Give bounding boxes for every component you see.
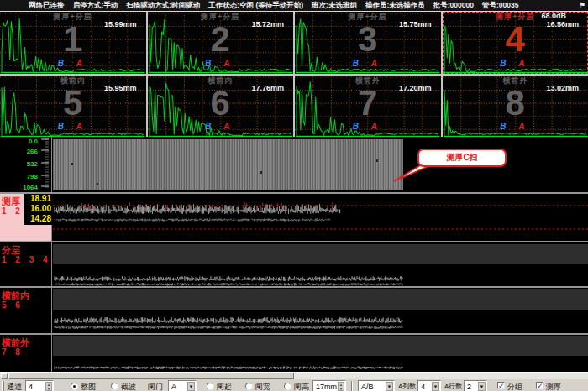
checkbox-group-label[interactable]: 分组 <box>507 382 522 391</box>
transverse-inner-strip-chart[interactable] <box>53 288 588 333</box>
axis-tick: 1064 <box>4 184 38 191</box>
transverse-outer-row-label[interactable]: 横前外 7 8 <box>0 335 52 372</box>
status-batch-no: 批号:000000 <box>433 1 474 11</box>
cscan-defect-dot <box>71 163 73 165</box>
gate-b-marker: B <box>58 59 64 68</box>
channel-spinbox[interactable]: 4 ▲▼ <box>25 380 54 391</box>
channel-number: 5 <box>0 85 146 122</box>
radio-gate-width-label[interactable]: 闸宽 <box>255 382 270 391</box>
dropdown-arrow-icon[interactable]: ▼ <box>478 382 486 391</box>
radio-gate-width[interactable] <box>245 383 253 390</box>
spinner-arrows-icon[interactable]: ▲▼ <box>45 382 52 391</box>
strip-row-lamination: 分层 1 2 3 4 <box>0 241 588 286</box>
toolbar-separator <box>351 381 353 391</box>
ascan-channel-1[interactable]: 测厚+分层 15.99mm 1 B A <box>0 12 146 74</box>
toolbar-grip[interactable] <box>2 381 4 391</box>
status-bar: 网络已连接 启停方式:手动 扫描驱动方式:时间驱动 工作状态:空闲 (等待手动开… <box>0 0 588 11</box>
alarm-flag-icon: ⚑ <box>579 0 585 11</box>
cscan-defect-dot <box>260 171 262 174</box>
gate-width-value: 17mm <box>316 383 337 391</box>
channel-value: 4 <box>29 383 33 391</box>
status-scan-drive: 扫描驱动方式:时间驱动 <box>126 1 200 11</box>
gate-width-spinbox[interactable]: 17mm ▲▼ <box>312 380 346 391</box>
gate-a-marker: A <box>518 59 524 68</box>
arows-select[interactable]: 2 ▼ <box>464 380 487 391</box>
ascan-channel-3[interactable]: 测厚+分层 15.75mm 3 B A <box>295 12 441 74</box>
gate-b-marker: B <box>353 59 359 68</box>
checkbox-thickness-label[interactable]: 测厚 <box>546 382 561 391</box>
cscan-image[interactable] <box>53 139 403 190</box>
strip-chart-area: 0.0 266 532 798 1064 测厚C扫 测厚 1 2 3 <box>0 137 588 372</box>
strip-row-thickness: 测厚 1 2 3 18.91 16.00 14.28 <box>0 192 588 241</box>
axis-tick: 266 <box>4 148 38 155</box>
row-channels: 5 6 <box>2 300 24 310</box>
arows-label: A行数 <box>444 382 462 391</box>
axis-tick: 0.0 <box>4 138 38 145</box>
checkbox-group[interactable]: ✓ <box>497 382 505 389</box>
status-work-state: 工作状态:空闲 (等待手动开始) <box>208 1 303 11</box>
status-network: 网络已连接 <box>29 1 65 11</box>
channel-label: 通道 <box>7 382 22 391</box>
axis-ruler <box>39 137 50 192</box>
gate-label: 闸门 <box>148 382 163 391</box>
channel-number: 4 <box>443 21 588 58</box>
transverse-outer-strip-chart[interactable] <box>53 335 588 372</box>
app-window: 网络已连接 启停方式:手动 扫描驱动方式:时间驱动 工作状态:空闲 (等待手动开… <box>0 0 588 391</box>
ascan-channel-2[interactable]: 测厚+分层 15.72mm 2 B A <box>148 12 294 74</box>
gate-b-marker: B <box>205 59 211 68</box>
scrollbar-left-button[interactable] <box>1 373 8 379</box>
gate-a-marker: A <box>76 59 82 68</box>
gate-value: A <box>171 383 176 391</box>
radio-whole-view-label[interactable]: 整图 <box>81 382 96 391</box>
radio-gate-height[interactable] <box>284 383 291 390</box>
gate-select[interactable]: A ▼ <box>168 380 197 391</box>
radio-gate-start[interactable] <box>207 383 214 390</box>
horizontal-scrollbar[interactable] <box>0 372 588 379</box>
gate-a-marker: A <box>371 122 377 131</box>
ascan-channel-4-selected[interactable]: 测厚+分层 68.0dB 16.56mm 4 B A <box>443 12 588 74</box>
callout-tail <box>393 164 433 183</box>
gate-b-marker: B <box>58 122 64 131</box>
thickness-values-box: 18.91 16.00 14.28 <box>24 194 52 225</box>
transverse-inner-row-label[interactable]: 横前内 5 6 <box>0 288 52 333</box>
strip-row-transverse-outer: 横前外 7 8 <box>0 333 588 372</box>
radio-cut-wave-label[interactable]: 截波 <box>121 382 136 391</box>
dropdown-arrow-icon[interactable]: ▼ <box>432 382 439 391</box>
dropdown-arrow-icon[interactable]: ▼ <box>187 382 195 391</box>
status-operator: 操作员:未选操作员 <box>365 1 425 11</box>
dropdown-arrow-icon[interactable]: ▼ <box>386 382 393 391</box>
ascan-channel-7[interactable]: 横前外 17.20mm 7 B A <box>295 76 441 138</box>
acols-select[interactable]: 4 ▼ <box>417 380 441 391</box>
channel-number: 7 <box>295 85 441 122</box>
radio-cut-wave[interactable] <box>111 383 118 390</box>
status-start-mode: 启停方式:手动 <box>73 1 118 11</box>
gate-b-marker: B <box>353 122 359 131</box>
gate-a-marker: A <box>223 122 229 131</box>
lamination-strip-chart[interactable] <box>53 242 588 286</box>
row-channels: 7 8 <box>2 347 24 357</box>
thickness-row-label[interactable]: 测厚 1 2 3 18.91 16.00 14.28 <box>0 194 52 241</box>
radio-gate-start-label[interactable]: 闸起 <box>217 382 232 391</box>
gate-b-marker: B <box>500 59 506 68</box>
spinner-arrows-icon[interactable]: ▲▼ <box>338 382 344 391</box>
ascan-channel-6[interactable]: 横前内 17.76mm 6 B A <box>148 76 294 138</box>
ascan-channel-8[interactable]: 横前外 13.02mm 8 B A <box>443 76 588 138</box>
thickness-strip-chart[interactable] <box>53 194 588 241</box>
thickness-mid: 16.00 <box>24 204 52 214</box>
checkbox-thickness[interactable]: ✓ <box>536 382 543 389</box>
radio-whole-view[interactable] <box>71 383 78 390</box>
scrollbar-thumb[interactable] <box>8 373 294 379</box>
acols-value: 4 <box>421 383 425 391</box>
gate-b-marker: B <box>500 122 506 131</box>
lamination-row-label[interactable]: 分层 1 2 3 4 <box>0 242 52 286</box>
view-mode-value: A/B <box>361 383 374 391</box>
gate-a-marker: A <box>518 122 524 131</box>
view-mode-select[interactable]: A/B ▼ <box>358 380 395 391</box>
thickness-min: 14.28 <box>24 214 52 224</box>
ascan-channel-5[interactable]: 横前内 15.95mm 5 B A <box>0 76 146 138</box>
arows-value: 2 <box>467 383 471 391</box>
channel-number: 1 <box>0 21 146 58</box>
gate-a-marker: A <box>223 59 229 68</box>
radio-gate-height-label[interactable]: 闸高 <box>294 382 309 391</box>
cscan-defect-dot <box>97 183 98 185</box>
